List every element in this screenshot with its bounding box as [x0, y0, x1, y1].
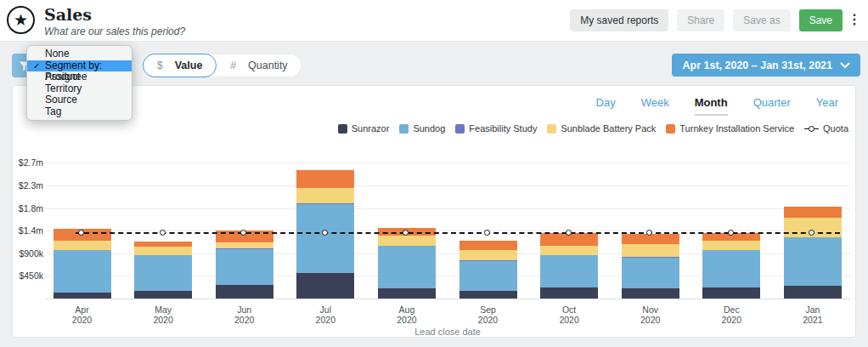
y-axis-tick-label: $2.3m: [13, 180, 43, 191]
bar-segment-sunblade-battery-pack-sep[interactable]: [459, 250, 517, 261]
bar-segment-sunrazor-apr[interactable]: [54, 293, 111, 299]
x-axis-title: Lead close date: [45, 327, 850, 337]
star-icon: ★: [14, 12, 28, 28]
quota-marker: [484, 230, 490, 236]
dropdown-item-label: Territory: [45, 82, 82, 94]
value-toggle-label: Value: [175, 60, 203, 71]
y-axis-tick-label: $450k: [13, 270, 43, 281]
bar-segment-turnkey-installation-service-jan[interactable]: [784, 207, 842, 218]
bar-segment-sunblade-battery-pack-aug[interactable]: [378, 236, 436, 246]
x-axis-line: [45, 299, 850, 299]
bar-segment-turnkey-installation-service-sep[interactable]: [459, 241, 517, 250]
value-quantity-toggle: $ Value # Quantity: [143, 54, 302, 77]
gridline: [45, 185, 850, 186]
dropdown-item-assignee[interactable]: Assignee: [27, 71, 132, 83]
bar-segment-sunrazor-dec[interactable]: [702, 287, 760, 299]
sales-report-page: ★ Sales What are our sales this period? …: [0, 0, 868, 347]
y-axis-tick-label: $1.8m: [13, 203, 43, 213]
bar-segment-sunrazor-sep[interactable]: [459, 291, 517, 299]
bar-segment-feasibility-study-nov[interactable]: [622, 257, 679, 258]
bar-segment-sunblade-battery-pack-jun[interactable]: [216, 242, 273, 248]
checkmark-icon: ✓: [33, 60, 40, 72]
x-axis-tick-label: Jan2021: [775, 304, 851, 325]
dollar-icon: $: [157, 60, 163, 71]
page-subtitle: What are our sales this period?: [44, 26, 185, 37]
save-button[interactable]: Save: [799, 9, 843, 31]
bar-segment-sunrazor-jan[interactable]: [784, 286, 842, 299]
quota-marker: [160, 230, 166, 236]
y-axis-tick-label: $1.4m: [13, 225, 43, 236]
bar-segment-sundog-jul[interactable]: [296, 204, 354, 272]
value-toggle-option[interactable]: $ Value: [143, 54, 217, 77]
dropdown-item-label: Source: [45, 94, 77, 105]
bar-segment-sunblade-battery-pack-may[interactable]: [134, 247, 192, 255]
bar-segment-sundog-sep[interactable]: [459, 261, 517, 291]
x-axis-tick-label: Aug2020: [369, 304, 445, 325]
segment-by-dropdown-menu: None✓Segment by: ProductAssigneeTerritor…: [26, 45, 132, 121]
my-saved-reports-button[interactable]: My saved reports: [570, 9, 668, 31]
y-axis-tick-label: $900k: [13, 248, 43, 259]
x-axis-tick-label: Oct2020: [531, 304, 607, 325]
date-range-picker[interactable]: Apr 1st, 2020 – Jan 31st, 2021: [672, 54, 860, 77]
quantity-toggle-option[interactable]: # Quantity: [217, 54, 301, 77]
bar-segment-sunblade-battery-pack-apr[interactable]: [54, 241, 111, 250]
bar-segment-sundog-jun[interactable]: [216, 249, 273, 285]
dropdown-item-label: Assignee: [45, 71, 87, 82]
chevron-down-icon: [840, 62, 850, 69]
quota-marker: [240, 230, 246, 236]
save-as-button[interactable]: Save as: [733, 9, 790, 31]
bar-segment-sunblade-battery-pack-oct[interactable]: [540, 246, 598, 256]
bar-segment-feasibility-study-jul[interactable]: [296, 203, 354, 205]
x-axis-tick-label: Dec2020: [693, 304, 769, 325]
bar-segment-sunblade-battery-pack-dec[interactable]: [702, 241, 760, 251]
bar-segment-feasibility-study-jun[interactable]: [216, 248, 273, 249]
dropdown-item-label: None: [45, 48, 70, 60]
dropdown-item-label: Tag: [45, 105, 61, 117]
bar-segment-feasibility-study-sep[interactable]: [459, 260, 517, 261]
page-title: Sales: [44, 5, 92, 24]
dropdown-item-segment-by-product[interactable]: ✓Segment by: Product: [27, 60, 132, 72]
quota-marker: [322, 230, 328, 236]
share-button[interactable]: Share: [677, 9, 724, 31]
bar-segment-sunrazor-jun[interactable]: [216, 285, 273, 299]
quantity-toggle-label: Quantity: [248, 60, 288, 71]
bar-segment-sunrazor-jul[interactable]: [296, 273, 354, 299]
header-bar: ★ Sales What are our sales this period? …: [0, 0, 868, 42]
bar-segment-turnkey-installation-service-nov[interactable]: [622, 234, 679, 243]
bar-segment-sundog-apr[interactable]: [54, 250, 111, 293]
hash-icon: #: [230, 60, 236, 71]
bar-segment-sunrazor-nov[interactable]: [622, 288, 679, 299]
chart-card: DayWeekMonthQuarterYear SunrazorSundogFe…: [12, 85, 856, 338]
quota-line: [76, 232, 840, 234]
x-axis-tick-label: Nov2020: [612, 304, 689, 325]
bar-segment-sunblade-battery-pack-nov[interactable]: [622, 244, 679, 257]
bar-segment-turnkey-installation-service-may[interactable]: [134, 242, 192, 247]
bar-segment-sunrazor-may[interactable]: [134, 291, 192, 299]
bar-segment-sundog-aug[interactable]: [378, 246, 436, 288]
x-axis-tick-label: May2020: [125, 304, 201, 325]
dropdown-item-territory[interactable]: Territory: [27, 83, 132, 95]
x-axis-tick-label: Jul2020: [287, 304, 364, 325]
y-axis-tick-label: $2.7m: [13, 157, 43, 168]
gridline: [45, 208, 850, 209]
bar-segment-sunblade-battery-pack-jul[interactable]: [296, 188, 354, 203]
bar-segment-sunrazor-oct[interactable]: [540, 287, 598, 299]
dropdown-item-tag[interactable]: Tag: [27, 106, 132, 118]
stacked-bar-chart: $450k$900k$1.4m$1.8m$2.3m$2.7mApr2020May…: [13, 86, 855, 337]
bar-segment-sundog-oct[interactable]: [540, 255, 598, 287]
app-logo: ★: [7, 6, 35, 34]
dropdown-item-source[interactable]: Source: [27, 94, 132, 106]
dropdown-item-none[interactable]: None: [27, 48, 132, 60]
kebab-menu-icon[interactable]: ⋮: [848, 11, 861, 28]
bar-segment-sundog-nov[interactable]: [622, 258, 679, 289]
gridline: [45, 162, 850, 163]
bar-segment-sundog-dec[interactable]: [702, 250, 760, 287]
bar-segment-sundog-jan[interactable]: [784, 237, 842, 285]
quota-marker: [646, 230, 652, 236]
bar-segment-turnkey-installation-service-jul[interactable]: [296, 170, 354, 188]
quota-marker: [728, 230, 734, 236]
x-axis-tick-label: Jun2020: [206, 304, 283, 325]
bar-segment-sundog-may[interactable]: [134, 255, 192, 291]
quota-marker: [78, 230, 84, 236]
bar-segment-sunrazor-aug[interactable]: [378, 288, 436, 299]
